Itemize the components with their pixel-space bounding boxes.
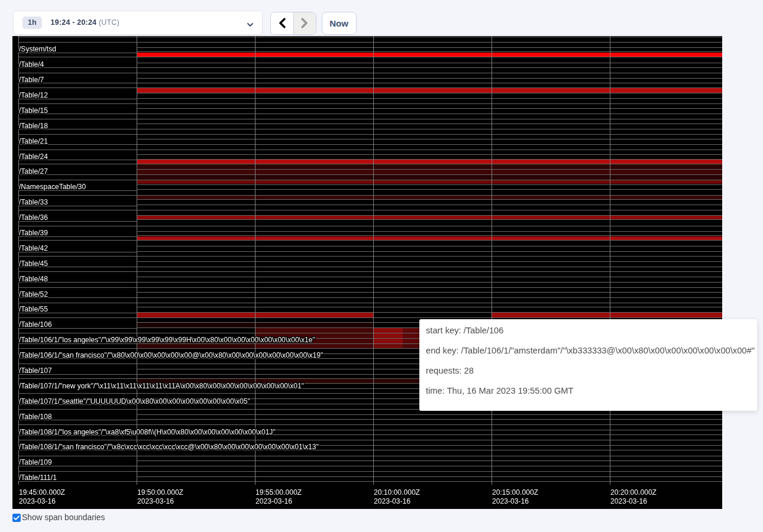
svg-text:/Table/27: /Table/27	[19, 167, 48, 176]
svg-text:/Table/45: /Table/45	[19, 259, 48, 268]
svg-text:/Table/106: /Table/106	[19, 320, 52, 329]
svg-text:20:15:00.000Z: 20:15:00.000Z	[492, 488, 539, 497]
svg-text:/Table/111/1: /Table/111/1	[19, 473, 57, 482]
svg-text:/Table/39: /Table/39	[19, 229, 48, 237]
svg-text:/NamespaceTable/30: /NamespaceTable/30	[19, 183, 86, 191]
svg-text:/Table/106/1/"san francisco"/": /Table/106/1/"san francisco"/"\x80\x00\x…	[19, 351, 323, 359]
svg-text:/Table/107/1/"seattle"/"UUUUUU: /Table/107/1/"seattle"/"UUUUUUD\x00\x80\…	[19, 397, 250, 406]
svg-text:2023-03-16: 2023-03-16	[374, 497, 410, 505]
svg-text:/Table/42: /Table/42	[19, 244, 48, 252]
svg-text:/Table/7: /Table/7	[19, 76, 44, 84]
svg-text:/Table/24: /Table/24	[19, 153, 48, 161]
svg-text:19:45:00.000Z: 19:45:00.000Z	[19, 488, 66, 497]
svg-text:/System/tsd: /System/tsd	[19, 45, 56, 53]
svg-text:/Table/55: /Table/55	[19, 305, 48, 313]
svg-text:2023-03-16: 2023-03-16	[137, 497, 174, 505]
svg-text:/Table/18: /Table/18	[19, 122, 48, 130]
svg-text:/Table/12: /Table/12	[19, 91, 48, 99]
svg-text:2023-03-16: 2023-03-16	[610, 497, 647, 505]
svg-text:/Table/106/1/"los angeles"/"\x: /Table/106/1/"los angeles"/"\x99\x99\x99…	[19, 336, 315, 344]
svg-text:/Table/108/1/"los angeles"/"\x: /Table/108/1/"los angeles"/"\xa8\xf5\u00…	[19, 428, 276, 436]
svg-text:19:50:00.000Z: 19:50:00.000Z	[137, 488, 184, 497]
svg-text:/Table/21: /Table/21	[19, 137, 48, 145]
svg-text:/Table/108/1/"san francisco"/": /Table/108/1/"san francisco"/"\x8c\xcc\x…	[19, 443, 319, 451]
svg-text:19:55:00.000Z: 19:55:00.000Z	[256, 488, 302, 497]
svg-text:/Table/4: /Table/4	[19, 60, 44, 69]
svg-text:2023-03-16: 2023-03-16	[256, 497, 292, 505]
svg-text:20:20:00.000Z: 20:20:00.000Z	[610, 488, 657, 497]
svg-text:/Table/107: /Table/107	[19, 366, 52, 375]
svg-text:/Table/107/1/"new york"/"\x11\: /Table/107/1/"new york"/"\x11\x11\x11\x1…	[19, 382, 304, 390]
svg-text:/Table/48: /Table/48	[19, 275, 48, 283]
svg-text:/Table/108: /Table/108	[19, 413, 52, 421]
svg-text:/Table/109: /Table/109	[19, 458, 52, 466]
svg-text:/Table/52: /Table/52	[19, 290, 48, 299]
svg-text:/Table/36: /Table/36	[19, 213, 48, 222]
svg-text:/Table/33: /Table/33	[19, 198, 48, 206]
svg-text:2023-03-16: 2023-03-16	[19, 497, 56, 505]
svg-text:2023-03-16: 2023-03-16	[492, 497, 529, 505]
svg-text:20:10:00.000Z: 20:10:00.000Z	[374, 488, 421, 497]
svg-text:/Table/15: /Table/15	[19, 106, 48, 115]
